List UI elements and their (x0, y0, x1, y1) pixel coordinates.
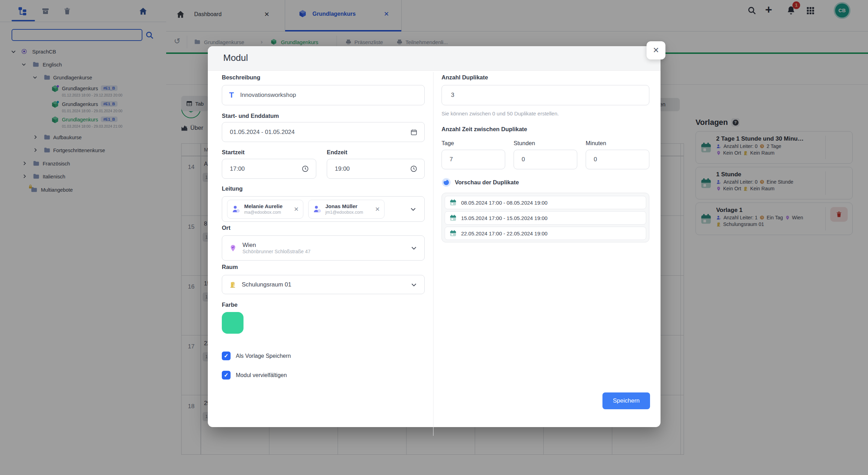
calendar-teal-icon (449, 214, 457, 222)
tage-field[interactable] (442, 150, 505, 169)
leitung-chip-text: Melanie Aurelie ma@edoobox.com (244, 203, 282, 215)
duplikat-item: 22.05.2024 17:00 - 22.05.2024 19:00 (445, 227, 646, 240)
modal-title: Modul (223, 52, 248, 63)
minuten-input[interactable] (593, 156, 642, 163)
datum-input[interactable] (229, 128, 406, 136)
farbe-label: Farbe (222, 302, 238, 308)
leitung-chip: Jonas Müller jm1@edoobox.com ✕ (308, 200, 384, 219)
stunden-label: Stunden (514, 140, 535, 147)
screen: SprachCB Englisch Grundlagenkurse Grundl… (0, 0, 868, 475)
beschreibung-field[interactable]: T (222, 85, 425, 105)
startzeit-label: Startzeit (222, 149, 245, 156)
modal-close-button[interactable]: ✕ (647, 41, 665, 59)
minuten-field[interactable] (586, 150, 649, 169)
duplikate-list: 08.05.2024 17:00 - 08.05.2024 19:00 15.0… (442, 193, 649, 242)
anzahl-duplikate-hint: Sie können zwischen 0 und 50 Duplikate e… (442, 111, 559, 116)
check-icon: ✓ (224, 353, 228, 359)
remove-leiter-icon[interactable]: ✕ (294, 206, 299, 213)
ort-select-text: Wien Schönbrunner Schloßstraße 47 (242, 242, 311, 254)
ort-value: Wien (242, 242, 311, 249)
save-button[interactable]: Speichern (602, 392, 650, 409)
endzeit-input[interactable] (334, 165, 406, 173)
raum-label: Raum (222, 264, 238, 270)
check-icon: ✓ (224, 372, 228, 378)
anzahl-duplikate-field[interactable] (442, 85, 649, 105)
ort-select[interactable]: Wien Schönbrunner Schloßstraße 47 (222, 235, 425, 261)
minuten-label: Minuten (586, 140, 606, 147)
leitung-name: Melanie Aurelie (244, 203, 282, 210)
vorschau-label: Vorschau der Duplikate (455, 179, 519, 186)
datum-field[interactable] (222, 122, 425, 142)
ort-label: Ort (222, 225, 231, 231)
clock-icon[interactable] (410, 165, 417, 172)
farbe-swatch[interactable] (222, 312, 244, 334)
zeit-zwischen-label: Anzahl Zeit zwischen Duplikate (442, 126, 527, 133)
startzeit-field[interactable] (222, 159, 316, 179)
checkbox-als-vorlage[interactable]: ✓ (222, 352, 231, 360)
remove-leiter-icon[interactable]: ✕ (375, 206, 380, 213)
tage-label: Tage (442, 140, 454, 147)
stunden-field[interactable] (514, 150, 577, 169)
leitung-chip: Melanie Aurelie ma@edoobox.com ✕ (227, 200, 303, 219)
calendar-icon[interactable] (410, 129, 417, 136)
duplikat-range: 15.05.2024 17:00 - 15.05.2024 19:00 (461, 215, 548, 221)
leitung-email: ma@edoobox.com (244, 210, 282, 215)
ort-sub: Schönbrunner Schloßstraße 47 (242, 249, 311, 254)
beschreibung-label: Beschreibung (222, 74, 260, 81)
leitung-name: Jonas Müller (325, 203, 363, 210)
chevron-down-icon (410, 281, 417, 288)
tage-input[interactable] (449, 156, 498, 163)
endzeit-label: Endzeit (327, 149, 347, 156)
checkbox-vervielfaeltigen-label: Modul vervielfältigen (236, 372, 287, 378)
leitung-field[interactable]: Melanie Aurelie ma@edoobox.com ✕ Jonas M… (222, 196, 425, 222)
text-icon: T (229, 91, 234, 100)
calendar-teal-icon (449, 199, 457, 206)
datum-label: Start- und Enddatum (222, 113, 279, 119)
door-icon (229, 281, 236, 289)
chevron-down-icon (410, 244, 417, 251)
eye-icon (442, 178, 451, 187)
duplikat-range: 22.05.2024 17:00 - 22.05.2024 19:00 (461, 231, 548, 236)
pin-icon (229, 244, 237, 253)
anzahl-duplikate-input[interactable] (450, 91, 641, 99)
duplikat-item: 08.05.2024 17:00 - 08.05.2024 19:00 (445, 196, 646, 209)
leitung-chip-text: Jonas Müller jm1@edoobox.com (325, 203, 363, 215)
startzeit-input[interactable] (229, 165, 297, 173)
leitung-email: jm1@edoobox.com (325, 210, 363, 215)
anzahl-duplikate-label: Anzahl Duplikate (442, 74, 488, 81)
person-shield-icon (313, 205, 322, 214)
modul-dialog: Modul ✕ Beschreibung T Start- und Enddat… (208, 46, 661, 427)
stunden-input[interactable] (521, 156, 570, 163)
column-divider (433, 72, 433, 436)
close-icon: ✕ (653, 46, 659, 55)
checkbox-vervielfaeltigen[interactable]: ✓ (222, 371, 231, 380)
person-shield-icon (232, 205, 241, 214)
checkbox-als-vorlage-label: Als Vorlage Speichern (236, 353, 291, 359)
endzeit-field[interactable] (327, 159, 425, 179)
duplikat-item: 15.05.2024 17:00 - 15.05.2024 19:00 (445, 211, 646, 225)
raum-select[interactable]: Schulungsraum 01 (222, 275, 425, 294)
chevron-down-icon[interactable] (410, 206, 417, 213)
leitung-label: Leitung (222, 185, 243, 192)
modal-header (208, 46, 661, 71)
raum-value: Schulungsraum 01 (242, 281, 291, 288)
calendar-teal-icon (449, 229, 457, 237)
clock-icon[interactable] (302, 165, 309, 172)
duplikat-range: 08.05.2024 17:00 - 08.05.2024 19:00 (461, 200, 548, 206)
beschreibung-input[interactable] (239, 91, 417, 99)
